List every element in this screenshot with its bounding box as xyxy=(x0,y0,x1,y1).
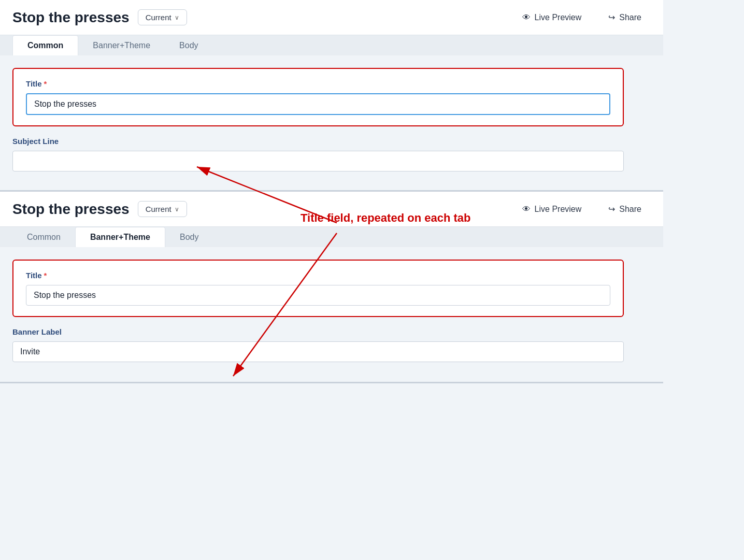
top-panel-title: Stop the presses xyxy=(12,9,130,26)
bottom-tabs-bar: Common Banner+Theme Body xyxy=(0,227,663,247)
bottom-panel-header: Stop the presses Current ∨ 👁 Live Previe… xyxy=(0,192,663,227)
top-tab-common[interactable]: Common xyxy=(12,35,78,55)
top-subject-line-input[interactable] xyxy=(12,151,624,171)
bottom-title-label: Title * xyxy=(26,271,610,280)
top-live-preview-button[interactable]: 👁 Live Preview xyxy=(513,9,591,26)
bottom-banner-label-label: Banner Label xyxy=(12,327,624,336)
top-title-card: Title * xyxy=(12,68,624,126)
bottom-title-input[interactable] xyxy=(26,285,610,306)
top-subject-line-section: Subject Line xyxy=(12,137,624,171)
bottom-share-button[interactable]: ↪ Share xyxy=(599,200,651,218)
top-tab-body[interactable]: Body xyxy=(165,36,212,55)
bottom-tab-common[interactable]: Common xyxy=(12,227,75,247)
bottom-title-required-star: * xyxy=(44,271,47,280)
bottom-version-dropdown[interactable]: Current ∨ xyxy=(138,201,187,217)
top-tabs-bar: Common Banner+Theme Body xyxy=(0,35,663,55)
bottom-title-card: Title * xyxy=(12,260,624,317)
top-subject-line-label: Subject Line xyxy=(12,137,624,146)
chevron-down-icon-2: ∨ xyxy=(175,206,179,213)
bottom-banner-label-section: Banner Label xyxy=(12,327,624,362)
chevron-down-icon: ∨ xyxy=(175,14,179,21)
top-title-required-star: * xyxy=(44,79,47,88)
top-panel-content: Title * Subject Line xyxy=(0,55,663,190)
bottom-banner-label-input[interactable] xyxy=(12,341,624,362)
bottom-panel-title: Stop the presses xyxy=(12,201,130,218)
top-title-label: Title * xyxy=(26,79,610,88)
eye-icon-2: 👁 xyxy=(522,205,531,214)
bottom-panel-content: Title * Banner Label xyxy=(0,247,663,382)
top-share-button[interactable]: ↪ Share xyxy=(599,8,651,26)
top-tab-banner-theme[interactable]: Banner+Theme xyxy=(78,36,165,55)
eye-icon: 👁 xyxy=(522,13,531,22)
share-icon-2: ↪ xyxy=(608,204,615,214)
top-version-dropdown[interactable]: Current ∨ xyxy=(138,9,187,25)
bottom-tab-body[interactable]: Body xyxy=(165,227,213,247)
share-icon: ↪ xyxy=(608,12,615,22)
top-panel-header: Stop the presses Current ∨ 👁 Live Previe… xyxy=(0,0,663,35)
bottom-tab-banner-theme[interactable]: Banner+Theme xyxy=(75,227,165,247)
bottom-live-preview-button[interactable]: 👁 Live Preview xyxy=(513,200,591,218)
top-title-input[interactable] xyxy=(26,93,610,115)
